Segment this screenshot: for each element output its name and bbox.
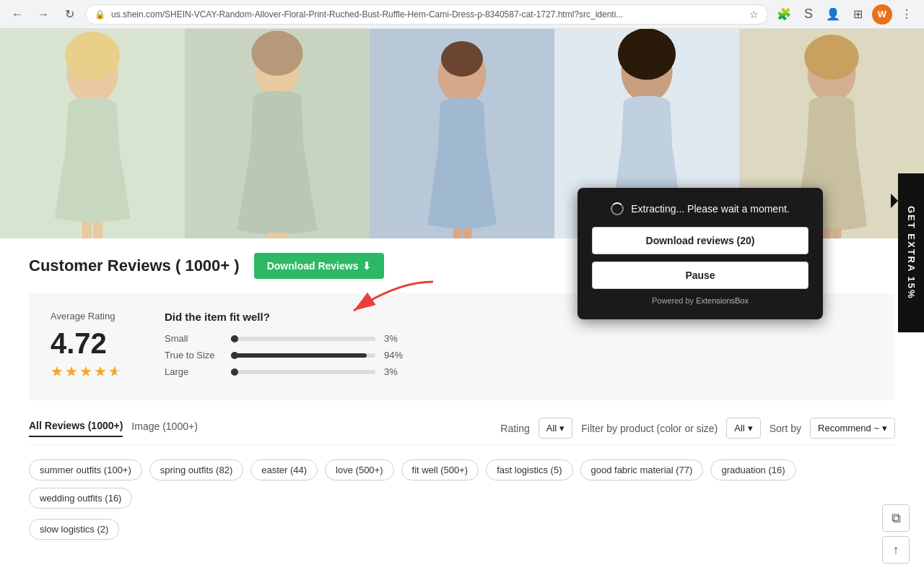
avatar[interactable]: W [872,4,892,25]
svg-rect-9 [278,233,287,238]
star-2: ★ [65,363,78,380]
fit-pct-small: 3% [384,333,406,344]
sort-label: Sort by [770,423,801,434]
tab-image-reviews[interactable]: Image (1000+) [131,420,197,436]
tag-fast-logistics[interactable]: fast logistics (5) [486,460,572,480]
fit-title: Did the item fit well? [165,311,406,323]
url-text: us.shein.com/SHEIN-VCAY-Random-Allover-F… [111,9,744,20]
sort-select[interactable]: Recommend ~ ▾ [810,418,895,439]
product-image-2 [185,29,370,238]
product-filter-label: Filter by product (color or size) [581,423,718,434]
svg-point-14 [441,41,483,77]
svg-rect-26 [832,228,841,238]
avg-rating-label: Average Rating [51,311,121,322]
star-3: ★ [79,363,92,380]
fit-bar-small [231,337,375,341]
tag-wedding-outfits[interactable]: wedding outfits (16) [29,488,132,509]
svg-point-2 [65,32,120,80]
svg-rect-4 [93,222,103,238]
tag-summer-outfits[interactable]: summer outfits (100+) [29,460,142,480]
avg-rating-section: Average Rating 4.72 ★ ★ ★ ★ ★ ★ [51,311,121,380]
svg-point-7 [251,31,302,76]
address-bar[interactable]: 🔒 us.shein.com/SHEIN-VCAY-Random-Allover… [85,4,768,25]
star-1: ★ [51,363,64,380]
fit-pct-large: 3% [384,366,406,377]
fit-row-true: True to Size 94% [165,350,406,361]
tag-spring-outfits[interactable]: spring outfits (82) [149,460,243,480]
browser-chrome: ← → ↻ 🔒 us.shein.com/SHEIN-VCAY-Random-A… [0,0,924,29]
reviews-title: Customer Reviews ( 1000+ ) [29,256,240,275]
svg-rect-8 [268,233,276,238]
promo-strip-label: GET EXTRA 15% [906,206,917,300]
rating-filter-value: All [546,423,557,434]
sidebar-promo-strip[interactable]: GET EXTRA 15% [898,173,924,332]
star-half: ★ ★ [108,363,121,380]
fit-bar-true [231,353,375,358]
svg-rect-16 [463,228,471,238]
sidebar-strip-arrow [891,194,898,208]
fit-row-small: Small 3% [165,333,406,344]
reload-button[interactable]: ↻ [59,4,79,25]
rating-filter-select[interactable]: All ▾ [539,418,572,439]
shein-ext-icon[interactable]: S [798,4,819,25]
tag-graduation[interactable]: graduation (16) [710,460,796,480]
bottom-right-actions: ⧉ ↑ [882,504,910,564]
loading-spinner [611,202,624,215]
reviews-popup: Extracting... Please wait a moment. Down… [578,188,823,319]
chrome-actions: 🧩 S 👤 ⊞ W ⋮ [774,4,917,25]
bookmark-icon: ☆ [749,9,759,20]
fit-row-large: Large 3% [165,366,406,377]
svg-point-19 [618,29,676,79]
fit-label-small: Small [165,333,222,344]
fit-bar-large [231,370,375,374]
tag-love[interactable]: love (500+) [325,460,393,480]
download-reviews-button[interactable]: Download Reviews ⬇ [254,253,385,279]
tag-easter[interactable]: easter (44) [250,460,318,480]
sort-value: Recommend ~ [818,423,879,434]
stars-row: ★ ★ ★ ★ ★ ★ [51,363,121,380]
tab-all-reviews[interactable]: All Reviews (1000+) [29,420,123,437]
menu-icon[interactable]: ⋮ [897,4,917,25]
rating-chevron-icon: ▾ [559,423,565,434]
page-content: Extracting... Please wait a moment. Down… [0,29,924,564]
sort-chevron-icon: ▾ [882,423,887,434]
product-image-1 [0,29,185,238]
scroll-up-button[interactable]: ↑ [882,536,910,564]
product-filter-value: All [734,423,744,434]
extensions-icon[interactable]: 🧩 [774,4,794,25]
powered-by: Powered by ExtensionsBox [592,296,808,305]
tags-row: summer outfits (100+) spring outfits (82… [29,460,895,509]
copy-button[interactable]: ⧉ [882,504,910,532]
svg-rect-15 [453,228,462,238]
fit-label-large: Large [165,366,222,377]
powered-text: Powered by [652,296,694,305]
back-button[interactable]: ← [7,4,27,25]
product-filter-select[interactable]: All ▾ [726,418,760,439]
pause-button[interactable]: Pause [592,262,808,289]
avg-rating-number: 4.72 [51,327,121,360]
extracting-status: Extracting... Please wait a moment. [592,202,808,215]
download-btn-label: Download Reviews [267,260,359,272]
forward-button[interactable]: → [33,4,53,25]
svg-rect-25 [823,228,832,238]
product-chevron-icon: ▾ [748,423,753,434]
star-4: ★ [94,363,107,380]
rating-filter-label: Rating [500,423,529,434]
extracting-text: Extracting... Please wait a moment. [631,203,789,215]
lock-icon: 🔒 [95,9,105,20]
svg-point-24 [804,35,859,79]
download-icon: ⬇ [362,260,371,272]
grid-icon[interactable]: ⊞ [847,4,868,25]
product-image-3 [370,29,554,238]
fit-pct-true: 94% [384,350,406,361]
tag-fit-well[interactable]: fit well (500+) [401,460,479,480]
tag-good-fabric[interactable]: good fabric material (77) [580,460,704,480]
svg-rect-3 [82,222,92,238]
fit-section: Did the item fit well? Small 3% True to … [165,311,406,383]
download-reviews-popup-button[interactable]: Download reviews (20) [592,227,808,254]
user-icon[interactable]: 👤 [823,4,843,25]
filter-row: All Reviews (1000+) Image (1000+) Rating… [29,418,895,445]
extensions-brand: ExtensionsBox [696,296,749,305]
tags-row-2: slow logistics (2) [29,519,895,540]
tag-slow-logistics[interactable]: slow logistics (2) [29,519,119,540]
